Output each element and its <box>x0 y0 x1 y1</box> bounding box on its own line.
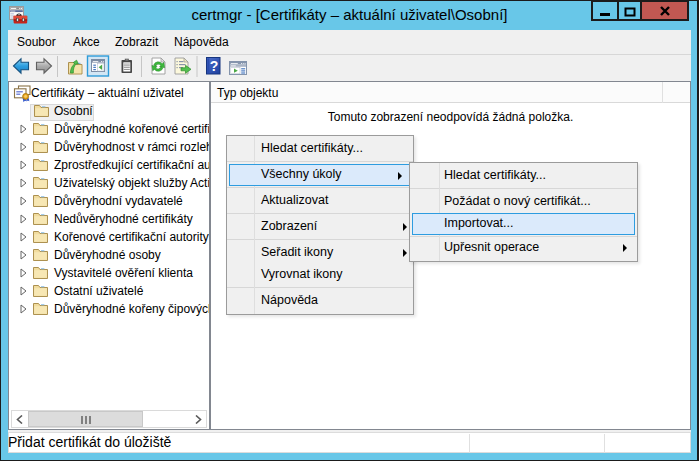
svg-text:?: ? <box>210 58 219 74</box>
